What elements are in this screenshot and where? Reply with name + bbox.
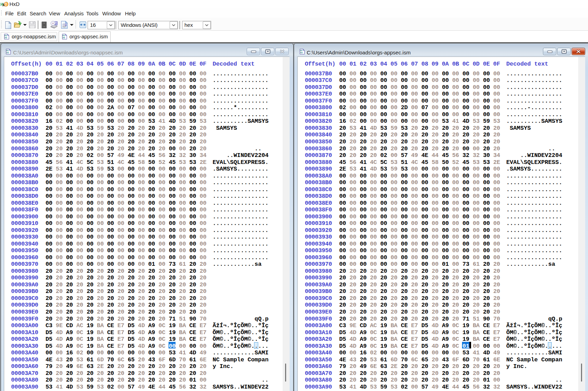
svg-text:A0: A0 bbox=[300, 52, 303, 54]
svg-text:F0: F0 bbox=[300, 49, 302, 51]
svg-text:F0: F0 bbox=[62, 34, 65, 36]
svg-text:A0: A0 bbox=[62, 37, 65, 39]
svg-text:F0: F0 bbox=[5, 34, 7, 36]
svg-text:A0: A0 bbox=[5, 37, 7, 39]
svg-text:A0: A0 bbox=[6, 52, 9, 54]
svg-text:D: D bbox=[5, 2, 8, 6]
svg-text:F0: F0 bbox=[6, 49, 8, 51]
